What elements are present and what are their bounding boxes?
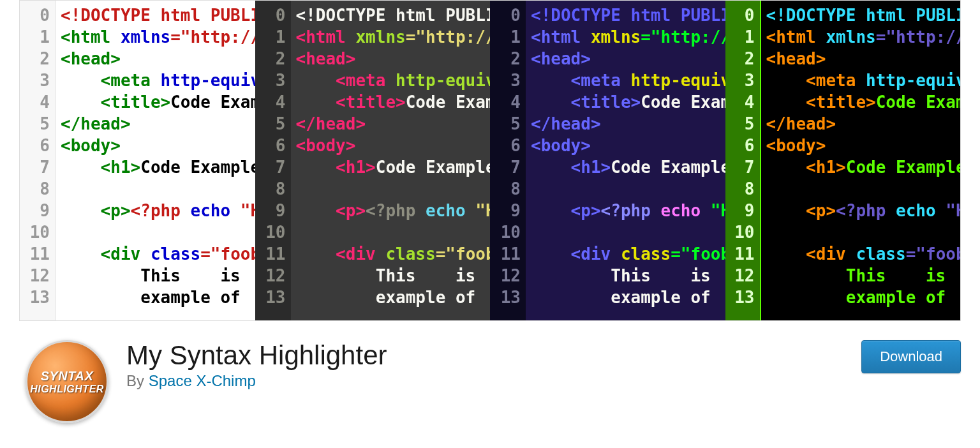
code-line bbox=[531, 178, 725, 200]
line-number: 13 bbox=[255, 287, 286, 308]
code-line: <h1>Code Example bbox=[296, 156, 491, 178]
code-line: <head> bbox=[766, 48, 961, 70]
code-line: <html xmlns="http:// bbox=[61, 26, 255, 48]
line-number: 10 bbox=[255, 221, 286, 243]
line-number: 9 bbox=[255, 200, 286, 221]
line-number: 5 bbox=[725, 113, 755, 135]
gutter-light: 012345678910111213 bbox=[20, 1, 56, 320]
line-number: 4 bbox=[490, 91, 521, 113]
code-line: <title>Code Exam bbox=[61, 91, 255, 113]
plugin-info-row: SYNTAX HIGHLIGHTER My Syntax Highlighter… bbox=[0, 321, 980, 423]
line-number: 7 bbox=[725, 156, 755, 178]
code-line: <meta http-equiv bbox=[766, 70, 961, 91]
line-number: 6 bbox=[255, 135, 286, 156]
line-number: 7 bbox=[490, 156, 521, 178]
code-line: <body> bbox=[61, 135, 255, 156]
download-button[interactable]: Download bbox=[861, 340, 961, 373]
line-number: 0 bbox=[725, 4, 755, 26]
code-line bbox=[61, 221, 255, 243]
code-line: example of bbox=[296, 287, 491, 308]
code-line: <h1>Code Example bbox=[766, 156, 961, 178]
line-number: 2 bbox=[490, 48, 521, 70]
code-line: <h1>Code Example bbox=[61, 156, 255, 178]
line-number: 2 bbox=[20, 48, 50, 70]
line-number: 10 bbox=[725, 221, 755, 243]
code-line: <title>Code Exam bbox=[531, 91, 725, 113]
gutter-black: 012345678910111213 bbox=[725, 1, 761, 320]
code-line: <div class="foob bbox=[531, 243, 725, 265]
line-number: 10 bbox=[490, 221, 521, 243]
code-line: </head> bbox=[61, 113, 255, 135]
line-number: 1 bbox=[725, 26, 755, 48]
line-number: 2 bbox=[725, 48, 755, 70]
line-number: 9 bbox=[725, 200, 755, 221]
line-number: 0 bbox=[20, 4, 50, 26]
line-number: 11 bbox=[255, 243, 286, 265]
theme-pane-night: 012345678910111213 <!DOCTYPE html PUBLI<… bbox=[490, 1, 725, 320]
code-line: <html xmlns="http:// bbox=[296, 26, 491, 48]
code-line: <html xmlns="http:// bbox=[766, 26, 961, 48]
code-line: This is bbox=[531, 265, 725, 287]
line-number: 0 bbox=[255, 4, 286, 26]
code-line: <meta http-equiv bbox=[531, 70, 725, 91]
code-line bbox=[296, 178, 491, 200]
plugin-byline: By Space X-Chimp bbox=[126, 372, 861, 390]
line-number: 5 bbox=[20, 113, 50, 135]
line-number: 8 bbox=[490, 178, 521, 200]
line-number: 3 bbox=[490, 70, 521, 91]
line-number: 3 bbox=[20, 70, 50, 91]
code-line: <title>Code Exam bbox=[296, 91, 491, 113]
line-number: 8 bbox=[255, 178, 286, 200]
code-line: <head> bbox=[61, 48, 255, 70]
line-number: 6 bbox=[490, 135, 521, 156]
code-line: <p><?php echo "H bbox=[766, 200, 961, 221]
code-line: <meta http-equiv bbox=[296, 70, 491, 91]
theme-pane-black: 012345678910111213 <!DOCTYPE html PUBLI<… bbox=[725, 1, 961, 320]
line-number: 9 bbox=[490, 200, 521, 221]
line-number: 12 bbox=[725, 265, 755, 287]
code-line: <html xmlns="http:// bbox=[531, 26, 725, 48]
theme-pane-light: 012345678910111213 <!DOCTYPE html PUBLI<… bbox=[20, 1, 255, 320]
code-line: <!DOCTYPE html PUBLI bbox=[531, 4, 725, 26]
line-number: 8 bbox=[20, 178, 50, 200]
code-line: <body> bbox=[531, 135, 725, 156]
code-line: This is bbox=[61, 265, 255, 287]
line-number: 5 bbox=[255, 113, 286, 135]
line-number: 1 bbox=[490, 26, 521, 48]
line-number: 1 bbox=[20, 26, 50, 48]
code-line bbox=[766, 221, 961, 243]
gutter-dark: 012345678910111213 bbox=[255, 1, 291, 320]
code-line bbox=[61, 178, 255, 200]
line-number: 13 bbox=[725, 287, 755, 308]
plugin-title: My Syntax Highlighter bbox=[126, 340, 861, 371]
code-line: <head> bbox=[531, 48, 725, 70]
line-number: 11 bbox=[490, 243, 521, 265]
line-number: 7 bbox=[20, 156, 50, 178]
code-dark: <!DOCTYPE html PUBLI<html xmlns="http://… bbox=[291, 1, 491, 320]
code-line: <h1>Code Example bbox=[531, 156, 725, 178]
author-link[interactable]: Space X-Chimp bbox=[149, 372, 256, 389]
line-number: 10 bbox=[20, 221, 50, 243]
code-line: <div class="foob bbox=[766, 243, 961, 265]
line-number: 4 bbox=[20, 91, 50, 113]
code-line: <p><?php echo "H bbox=[531, 200, 725, 221]
code-light: <!DOCTYPE html PUBLI<html xmlns="http://… bbox=[56, 1, 255, 320]
line-number: 3 bbox=[255, 70, 286, 91]
line-number: 1 bbox=[255, 26, 286, 48]
line-number: 13 bbox=[20, 287, 50, 308]
logo-text-1: SYNTAX bbox=[41, 369, 94, 384]
theme-pane-dark: 012345678910111213 <!DOCTYPE html PUBLI<… bbox=[255, 1, 491, 320]
line-number: 12 bbox=[20, 265, 50, 287]
code-line: <meta http-equiv bbox=[61, 70, 255, 91]
code-line: <!DOCTYPE html PUBLI bbox=[61, 4, 255, 26]
logo-text-2: HIGHLIGHTER bbox=[30, 384, 104, 395]
code-line: This is bbox=[296, 265, 491, 287]
plugin-icon: SYNTAX HIGHLIGHTER bbox=[26, 340, 108, 423]
line-number: 12 bbox=[490, 265, 521, 287]
line-number: 5 bbox=[490, 113, 521, 135]
code-night: <!DOCTYPE html PUBLI<html xmlns="http://… bbox=[526, 1, 725, 320]
code-line: example of bbox=[531, 287, 725, 308]
code-line: <!DOCTYPE html PUBLI bbox=[296, 4, 491, 26]
line-number: 11 bbox=[725, 243, 755, 265]
code-line bbox=[531, 221, 725, 243]
